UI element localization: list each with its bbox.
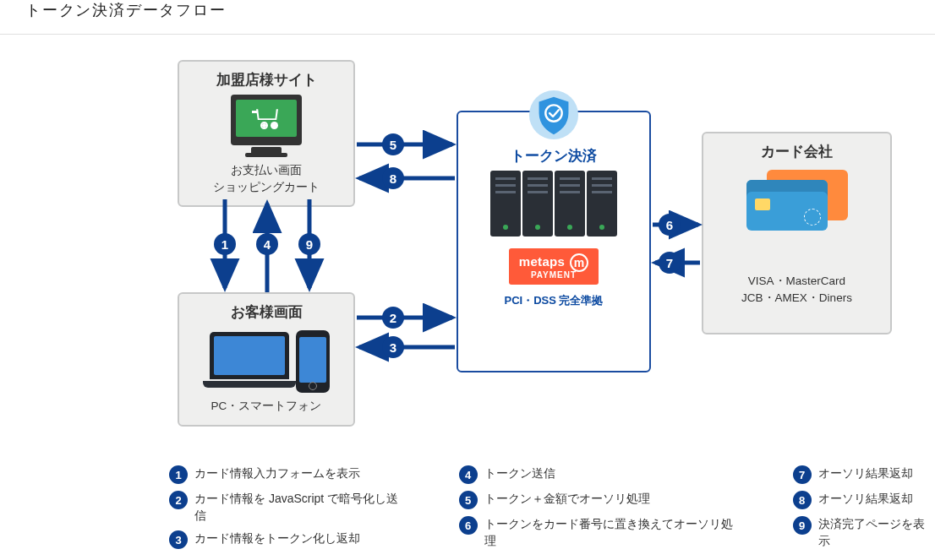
legend-text-4: トークン送信 [484, 465, 555, 482]
legend-number-2: 2 [169, 491, 188, 509]
legend-item-4: 4トークン送信 [459, 465, 742, 484]
legend-number-1: 1 [169, 465, 188, 484]
legend-text-8: オーソリ結果返却 [818, 491, 913, 508]
svg-text:6: 6 [666, 218, 673, 232]
flow-arrows: 123456789 [25, 52, 910, 449]
legend-number-6: 6 [459, 516, 478, 535]
legend-item-8: 8オーソリ結果返却 [793, 491, 935, 509]
legend-number-3: 3 [169, 530, 188, 549]
legend-item-5: 5トークン＋金額でオーソリ処理 [459, 491, 742, 509]
legend-item-7: 7オーソリ結果返却 [793, 465, 935, 484]
legend-number-4: 4 [459, 465, 478, 484]
page-title: トークン決済データフロー [25, 0, 935, 20]
legend-item-3: 3カード情報をトークン化し返却 [169, 530, 408, 549]
svg-text:3: 3 [390, 340, 396, 355]
legend-item-6: 6トークンをカード番号に置き換えてオーソリ処理 [459, 516, 742, 549]
legend-number-5: 5 [459, 491, 478, 509]
legend-text-5: トークン＋金額でオーソリ処理 [484, 491, 650, 508]
title-row: トークン決済データフロー [0, 0, 935, 35]
legend-item-2: 2カード情報を JavaScript で暗号化し送信 [169, 491, 408, 524]
svg-text:1: 1 [221, 237, 228, 252]
legend-item-1: 1カード情報入力フォームを表示 [169, 465, 408, 484]
svg-text:2: 2 [390, 311, 396, 325]
legend-text-1: カード情報入力フォームを表示 [194, 465, 360, 482]
legend-number-9: 9 [793, 516, 812, 535]
svg-text:9: 9 [306, 237, 313, 252]
legend-number-8: 8 [793, 491, 812, 509]
svg-text:7: 7 [666, 256, 673, 270]
legend-text-3: カード情報をトークン化し返却 [194, 530, 360, 547]
svg-text:8: 8 [390, 171, 396, 186]
legend-text-9: 決済完了ページを表示 [818, 516, 935, 549]
diagram-canvas: 加盟店様サイト お支払い画面 ショッピングカート お客様画面 PC・スマートフォ… [25, 52, 910, 449]
legend-text-2: カード情報を JavaScript で暗号化し送信 [194, 491, 408, 524]
svg-text:4: 4 [264, 237, 271, 252]
legend: 1カード情報入力フォームを表示2カード情報を JavaScript で暗号化し送… [169, 465, 935, 549]
legend-text-6: トークンをカード番号に置き換えてオーソリ処理 [484, 516, 742, 549]
legend-text-7: オーソリ結果返却 [818, 465, 913, 482]
legend-number-7: 7 [793, 465, 812, 484]
svg-text:5: 5 [390, 138, 396, 152]
legend-item-9: 9決済完了ページを表示 [793, 516, 935, 549]
